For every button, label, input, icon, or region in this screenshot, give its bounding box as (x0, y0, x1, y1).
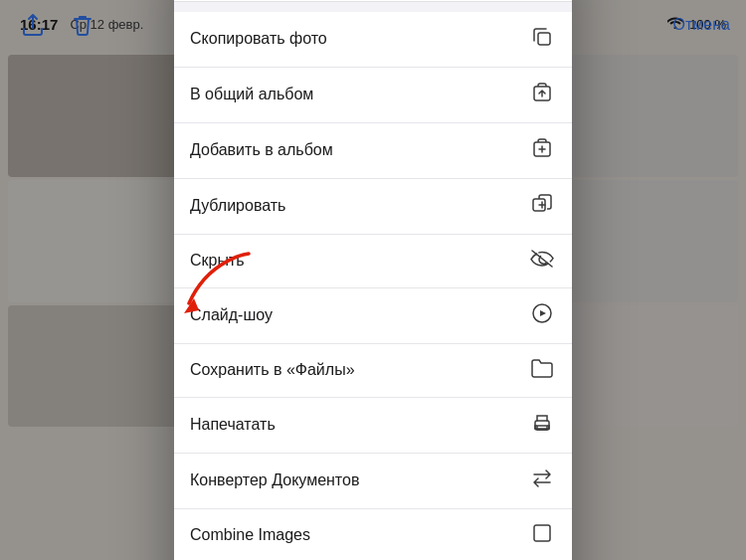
menu-item-duplicate[interactable]: Дублировать (174, 179, 572, 235)
menu-list: Скопировать фото В общий альбом Добавить… (174, 12, 572, 561)
print-icon (528, 412, 556, 439)
convert-icon (528, 467, 556, 494)
menu-item-save-files[interactable]: Сохранить в «Файлы» (174, 344, 572, 398)
hide-icon (528, 249, 556, 274)
folder-icon (528, 358, 556, 383)
menu-item-copy-photo[interactable]: Скопировать фото (174, 12, 572, 68)
action-sheet-modal: Выбрано 3 фото Параметры > × Скопировать… (174, 0, 572, 560)
add-album-icon (528, 137, 556, 164)
svg-rect-6 (537, 426, 547, 430)
menu-label: Слайд-шоу (190, 306, 273, 324)
menu-label: В общий альбом (190, 86, 313, 103)
menu-item-add-to-album[interactable]: Добавить в альбом (174, 123, 572, 179)
shared-album-icon (528, 82, 556, 108)
menu-label: Скопировать фото (190, 30, 327, 48)
duplicate-icon (528, 193, 556, 220)
menu-item-hide[interactable]: Скрыть (174, 235, 572, 288)
menu-label: Добавить в альбом (190, 141, 333, 159)
combine-icon (528, 523, 556, 548)
menu-item-print[interactable]: Напечатать (174, 398, 572, 454)
menu-label: Combine Images (190, 526, 310, 544)
menu-item-shared-album[interactable]: В общий альбом (174, 68, 572, 123)
menu-label: Скрыть (190, 252, 245, 270)
menu-item-slideshow[interactable]: Слайд-шоу (174, 288, 572, 344)
slideshow-icon (528, 302, 556, 329)
copy-icon (528, 26, 556, 53)
menu-item-combine-images[interactable]: Combine Images (174, 509, 572, 561)
modal-header: Выбрано 3 фото Параметры > × (174, 0, 572, 2)
menu-label: Сохранить в «Файлы» (190, 361, 355, 379)
svg-rect-0 (538, 33, 550, 45)
menu-label: Напечатать (190, 416, 276, 434)
menu-item-convert-docs[interactable]: Конвертер Документов (174, 454, 572, 509)
svg-rect-7 (534, 525, 550, 541)
menu-label: Дублировать (190, 197, 285, 215)
menu-label: Конвертер Документов (190, 471, 359, 489)
